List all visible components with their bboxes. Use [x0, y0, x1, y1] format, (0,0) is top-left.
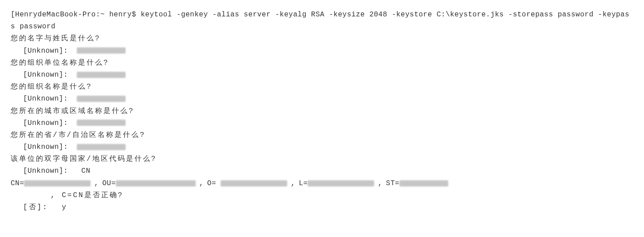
question-org: 您的组织名称是什么?	[11, 81, 633, 93]
answer-row: [Unknown]:	[11, 141, 633, 153]
answer-row: [Unknown]: CN	[11, 165, 633, 177]
summary-cn: CN=	[11, 178, 91, 190]
redacted-value	[77, 47, 126, 54]
summary-tail-text: , C=CN是否正确?	[51, 191, 123, 199]
comma: ,	[94, 178, 99, 190]
answer-label: [Unknown]:	[23, 47, 68, 55]
answer-row: [Unknown]:	[11, 45, 633, 57]
question-name: 您的名字与姓氏是什么?	[11, 33, 633, 45]
redacted-value	[77, 144, 126, 150]
answer-row: [Unknown]:	[11, 117, 633, 129]
redacted-value	[77, 120, 126, 126]
confirm-answer: y	[62, 203, 66, 211]
answer-label: [Unknown]:	[23, 143, 68, 151]
question-state: 您所在的省/市/自治区名称是什么?	[11, 129, 633, 141]
answer-country-value: CN	[81, 167, 90, 175]
question-country: 该单位的双字母国家/地区代码是什么?	[11, 153, 633, 165]
question-ou: 您的组织单位名称是什么?	[11, 57, 633, 69]
summary-key: CN=	[11, 178, 24, 190]
summary-key: L=	[299, 178, 308, 190]
prompt-open-bracket: [	[11, 11, 15, 19]
answer-label: [Unknown]:	[23, 167, 68, 175]
comma: ,	[199, 178, 204, 190]
answer-row: [Unknown]:	[11, 93, 633, 105]
summary-key: O=	[207, 178, 216, 190]
answer-label: [Unknown]:	[23, 95, 68, 103]
redacted-value	[308, 180, 374, 186]
redacted-value	[24, 180, 91, 186]
question-city: 您所在的城市或区域名称是什么?	[11, 105, 633, 117]
terminal-output[interactable]: [HenrydeMacBook-Pro:~ henry$ keytool -ge…	[11, 9, 633, 214]
confirm-label: [否]:	[23, 203, 48, 211]
redacted-value	[221, 180, 287, 186]
redacted-value	[77, 96, 126, 102]
redacted-value	[116, 180, 196, 186]
answer-label: [Unknown]:	[23, 119, 68, 127]
dn-summary-tail: , C=CN是否正确?	[11, 190, 633, 202]
comma: ,	[378, 178, 382, 190]
answer-label: [Unknown]:	[23, 71, 68, 79]
summary-key: OU=	[102, 178, 115, 190]
comma: ,	[291, 178, 295, 190]
summary-st: ST=	[386, 178, 448, 190]
redacted-value	[399, 180, 448, 186]
dn-summary: CN= , OU= , O= , L= , ST=	[11, 178, 633, 190]
summary-ou: OU=	[102, 178, 195, 190]
command-line: [HenrydeMacBook-Pro:~ henry$ keytool -ge…	[11, 9, 633, 33]
redacted-value	[77, 72, 126, 78]
answer-row: [Unknown]:	[11, 69, 633, 81]
shell-prompt: HenrydeMacBook-Pro:~ henry$	[15, 11, 136, 19]
summary-key: ST=	[386, 178, 399, 190]
summary-o: O=	[207, 178, 287, 190]
confirm-row: [否]: y	[11, 202, 633, 214]
summary-l: L=	[299, 178, 374, 190]
